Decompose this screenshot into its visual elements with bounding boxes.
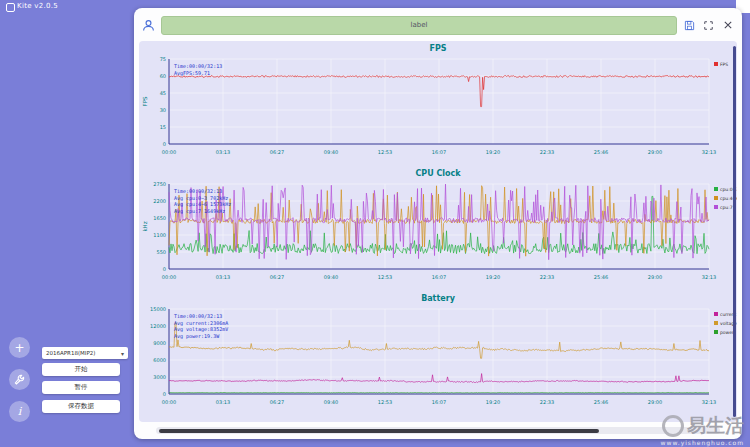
svg-text:0: 0 [163,266,166,272]
svg-text:15000: 15000 [150,306,166,312]
main-panel: label FPS 00:0003:1306:2709:4012:5316:07… [134,8,742,439]
settings-button[interactable] [9,369,30,390]
svg-text:Time:00:00/32:13: Time:00:00/32:13 [174,63,222,69]
device-select[interactable]: 2016APR18(MIP2) ▾ [42,347,128,359]
expand-icon [704,21,713,30]
svg-text:6000: 6000 [153,357,166,363]
svg-text:2750: 2750 [153,181,166,187]
chevron-down-icon: ▾ [121,350,124,357]
svg-text:00:00: 00:00 [162,149,176,155]
pause-button[interactable]: 暂停 [42,381,120,394]
save-icon [684,20,695,31]
svg-text:45: 45 [160,90,166,96]
svg-text:06:27: 06:27 [270,149,284,155]
svg-text:09:40: 09:40 [324,149,338,155]
wrench-icon [14,374,25,385]
cpu-clock-plot[interactable]: 00:0003:1306:2709:4012:5316:0719:2022:33… [139,179,737,293]
svg-text:Avg cpu:7 1649kHz: Avg cpu:7 1649kHz [174,208,225,215]
svg-text:550: 550 [156,249,166,255]
label-input[interactable]: label [161,16,677,35]
fps-plot[interactable]: 00:0003:1306:2709:4012:5316:0719:2022:33… [139,54,737,168]
svg-text:29:00: 29:00 [648,399,662,405]
chart-title-cpu: CPU Clock [139,168,737,179]
device-select-value: 2016APR18(MIP2) [46,350,95,356]
svg-text:2200: 2200 [153,198,166,204]
svg-text:03:13: 03:13 [216,149,230,155]
svg-text:22:33: 22:33 [540,399,554,405]
svg-text:25:46: 25:46 [594,149,608,155]
svg-text:AvgFPS:59.71: AvgFPS:59.71 [174,70,210,77]
svg-text:Avg power:19.3W: Avg power:19.3W [174,333,220,340]
user-button[interactable] [142,19,155,32]
svg-text:16:07: 16:07 [432,399,446,405]
save-button[interactable] [683,19,696,32]
svg-text:19:20: 19:20 [486,399,500,405]
svg-text:16:07: 16:07 [432,149,446,155]
window-title: Kite v2.0.5 [17,2,58,10]
svg-text:06:27: 06:27 [270,399,284,405]
svg-text:06:27: 06:27 [270,274,284,280]
svg-text:32:13: 32:13 [702,274,716,280]
label-input-value: label [411,21,428,29]
svg-text:FPS: FPS [720,62,728,67]
svg-text:9000: 9000 [153,340,166,346]
svg-text:03:13: 03:13 [216,399,230,405]
svg-text:12:53: 12:53 [378,149,392,155]
info-icon: i [18,405,22,418]
svg-text:00:00: 00:00 [162,399,176,405]
chart-title-battery: Battery [139,293,737,304]
charts-panel: FPS 00:0003:1306:2709:4012:5316:0719:202… [139,41,737,422]
close-icon [724,21,732,29]
save-data-button-label: 保存数据 [68,402,94,411]
svg-text:12000: 12000 [150,323,166,329]
svg-text:12:53: 12:53 [378,399,392,405]
svg-text:60: 60 [160,73,166,79]
svg-text:22:33: 22:33 [540,149,554,155]
svg-text:16:07: 16:07 [432,274,446,280]
svg-text:75: 75 [160,56,166,62]
svg-text:Time:00:00/32:13: Time:00:00/32:13 [174,188,222,194]
toolbar: label [142,13,734,37]
svg-text:cpu:7: cpu:7 [720,205,733,210]
svg-text:3000: 3000 [153,374,166,380]
app-icon [6,3,15,12]
svg-text:0: 0 [163,391,166,397]
add-button[interactable]: + [9,337,30,358]
svg-text:15: 15 [160,124,166,130]
horizontal-scrollbar-handle[interactable] [159,429,599,433]
svg-text:Time:00:00/32:13: Time:00:00/32:13 [174,313,222,319]
fps-chart: FPS 00:0003:1306:2709:4012:5316:0719:202… [139,43,737,168]
watermark-subtext: www.yishenghuo.com [661,439,744,446]
svg-text:00:00: 00:00 [162,274,176,280]
battery-plot[interactable]: 00:0003:1306:2709:4012:5316:0719:2022:33… [139,304,737,418]
pause-button-label: 暂停 [75,383,88,392]
svg-text:32:13: 32:13 [702,399,716,405]
svg-text:09:40: 09:40 [324,399,338,405]
svg-text:30: 30 [160,107,166,113]
plus-icon: + [14,341,24,355]
vertical-scrollbar[interactable] [733,46,736,417]
horizontal-scrollbar-track[interactable] [156,427,720,434]
info-button[interactable]: i [9,401,30,422]
close-button[interactable] [721,19,734,32]
svg-text:kHz: kHz [142,221,148,231]
svg-text:19:20: 19:20 [486,149,500,155]
svg-text:12:53: 12:53 [378,274,392,280]
svg-text:32:13: 32:13 [702,149,716,155]
svg-text:25:46: 25:46 [594,274,608,280]
user-icon [142,19,155,32]
svg-text:power: power [720,330,734,335]
cpu-clock-chart: CPU Clock 00:0003:1306:2709:4012:5316:07… [139,168,737,293]
save-data-button[interactable]: 保存数据 [42,400,120,413]
svg-text:03:13: 03:13 [216,274,230,280]
svg-text:25:46: 25:46 [594,399,608,405]
expand-button[interactable] [702,19,715,32]
svg-text:29:00: 29:00 [648,149,662,155]
svg-text:09:40: 09:40 [324,274,338,280]
svg-text:29:00: 29:00 [648,274,662,280]
svg-text:1650: 1650 [153,215,166,221]
start-button[interactable]: 开始 [42,363,120,376]
start-button-label: 开始 [75,365,88,374]
chart-title-fps: FPS [139,43,737,54]
svg-text:0: 0 [163,141,166,147]
